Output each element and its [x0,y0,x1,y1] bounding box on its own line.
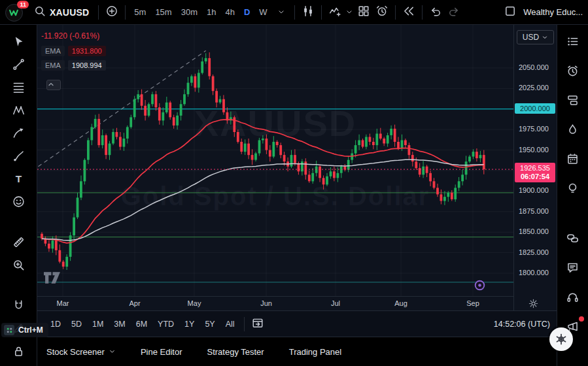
tab-stock-screener[interactable]: Stock Screener [46,347,116,357]
layout-grid-button[interactable] [355,3,373,22]
range-5d[interactable]: 5D [66,316,87,332]
tab-pine-editor[interactable]: Pine Editor [141,347,182,357]
compare-add-button[interactable] [103,3,121,22]
tab-strategy-tester[interactable]: Strategy Tester [207,347,264,357]
timeframe-W[interactable]: W [254,4,271,21]
zoom-in-tool-button[interactable] [9,257,28,275]
alerts-clock-button[interactable] [564,63,582,81]
price-change-text: -11.920 (-0.61%) [41,31,106,41]
time-label-aug: Aug [390,299,412,307]
magnet-tool-icon [12,299,25,314]
toolbar-divider [125,5,126,20]
watchlist-button[interactable] [564,33,582,52]
compare-add-icon [106,5,118,20]
time-label-mar: Mar [52,299,74,307]
chevron-down-icon [345,7,353,18]
time-axis[interactable]: MarAprMayJunJulAugSep [37,296,513,310]
symbol-search-button[interactable]: XAUUSD [29,3,94,22]
toolbar-divider [98,5,99,20]
time-label-may: May [183,299,205,307]
public-chats-button[interactable] [564,230,582,248]
assistant-logo-button[interactable] [549,327,573,351]
currency-selector[interactable]: USD [517,30,554,44]
fullscreen-icon [504,5,516,20]
bar-replay-icon [403,5,415,20]
indicators-icon [329,5,341,20]
range-6m[interactable]: 6M [131,316,152,332]
forecast-tool-button[interactable] [9,125,28,143]
price-label: 1850.000 [519,227,549,235]
indicators-menu-button[interactable] [344,3,355,22]
chevron-up-icon [47,80,55,88]
layout-grid-icon [358,5,370,20]
timeframe-1h[interactable]: 1h [202,4,220,21]
indicators-button[interactable] [326,3,344,22]
brush-tool-button[interactable] [9,148,28,166]
price-chart[interactable] [37,25,513,296]
trend-line-tool-button[interactable] [9,56,28,75]
economic-calendar-button[interactable] [564,151,582,169]
timeframe-D[interactable]: D [239,4,254,21]
ideas-bulb-button[interactable] [564,180,582,199]
range-ytd[interactable]: YTD [152,316,179,332]
create-alert-button[interactable] [373,3,391,22]
timeframe-15m[interactable]: 15m [150,4,176,21]
chart-pane[interactable]: XAUUSD Gold Spot / U.S. Dollar -11.920 (… [37,25,513,296]
ema-legend-row[interactable]: EMA 1931.800 [41,46,106,56]
screen-capture-shortcut-overlay: Ctrl+M [1,323,48,337]
alert-icon [376,5,388,20]
ruler-tool-button[interactable] [9,234,28,252]
ema-value: 1931.800 [68,46,106,56]
account-name[interactable]: Wealthy Educ... [523,7,583,17]
price-label: 1825.000 [519,248,549,256]
undo-button[interactable] [426,3,445,22]
price-label: 1900.000 [519,186,549,194]
ruler-tool-icon [12,236,25,251]
go-to-date-button[interactable] [249,315,267,333]
magnet-tool-button[interactable] [9,297,28,316]
price-axis[interactable]: USD 2050.0002025.0001975.0001950.0001900… [513,25,557,310]
emoji-tool-button[interactable] [9,193,28,212]
range-5y[interactable]: 5Y [199,316,220,332]
redo-button[interactable] [445,3,463,22]
chart-style-button[interactable] [299,3,317,22]
assistant-swirl-icon [555,333,568,346]
timeframe-4h[interactable]: 4h [220,4,239,21]
range-1m[interactable]: 1M [87,316,109,332]
ema-legend-row[interactable]: EMA 1908.994 [41,60,106,71]
fib-retracement-tool-icon [12,81,25,96]
main-area: XAUUSD Gold Spot / U.S. Dollar -11.920 (… [37,25,557,366]
hotlists-flame-button[interactable] [564,122,582,140]
xabcd-pattern-tool-button[interactable] [9,102,28,120]
timeframe-30m[interactable]: 30m [177,4,202,21]
lock-tool-button[interactable] [9,343,28,361]
fullscreen-button[interactable] [501,3,519,22]
ema-value: 1908.994 [68,60,106,71]
right-sidebar-rail [557,25,588,366]
collapse-legend-button[interactable] [46,80,61,90]
trend-line-tool-icon [12,58,25,73]
timeframe-5m[interactable]: 5m [130,4,150,21]
range-1y[interactable]: 1Y [179,316,199,332]
range-1d[interactable]: 1D [45,316,66,332]
range-3m[interactable]: 3M [109,316,130,332]
go-to-date-icon [252,317,264,331]
object-tree-button[interactable] [564,92,582,110]
crosshair-tool-button[interactable] [9,33,28,52]
tab-trading-panel[interactable]: Trading Panel [289,347,341,357]
private-messages-button[interactable] [564,259,582,278]
price-label: 2025.000 [519,84,549,92]
range-all[interactable]: All [220,316,240,332]
zoom-in-tool-icon [12,259,25,274]
clock-utc[interactable]: 14:52:06 (UTC) [494,320,550,329]
support-headset-button[interactable] [564,289,582,307]
timeframe-menu-button[interactable] [272,3,290,22]
text-tool-button[interactable]: T [9,171,28,189]
app-logo[interactable]: 11 [5,3,25,22]
chart-legend: -11.920 (-0.61%) EMA 1931.800 EMA 1908.9… [41,31,106,75]
emoji-tool-icon [12,195,25,210]
chart-settings-gear-icon[interactable] [528,299,538,310]
bar-replay-button[interactable] [400,3,418,22]
chevron-down-icon [109,347,116,357]
fib-retracement-tool-button[interactable] [9,79,28,97]
